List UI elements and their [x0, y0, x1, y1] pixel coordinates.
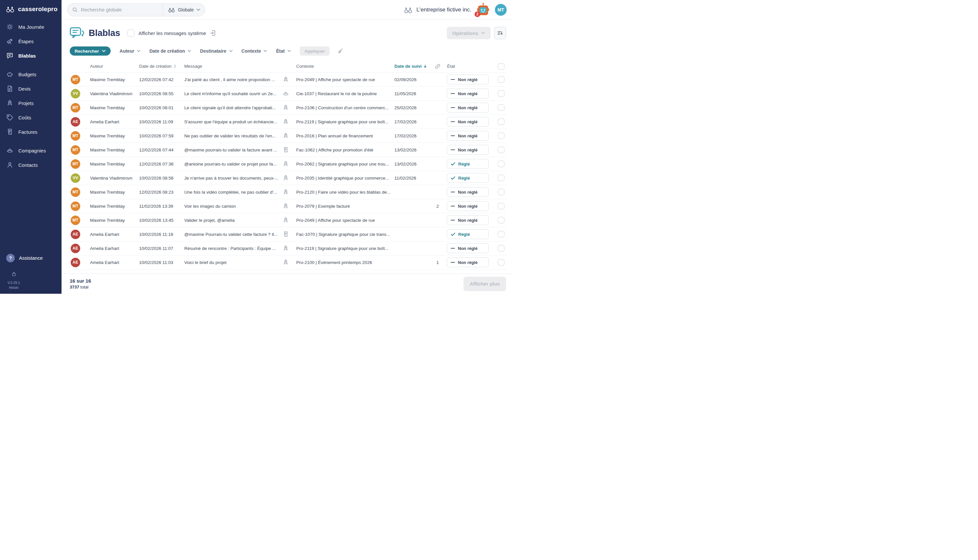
table-row[interactable]: MT Maxime Tremblay 12/02/2026 07:44 @max…	[70, 143, 506, 157]
message-cell[interactable]: @antoine pourrais-tu valider ce projet p…	[184, 162, 282, 167]
table-row[interactable]: VV Valentina Vladimirovn 10/02/2026 08:5…	[70, 171, 506, 185]
context-cell[interactable]: Pro-2106 | Construction d'un centre comm…	[296, 105, 394, 110]
status-badge[interactable]: Non réglé	[447, 187, 489, 197]
table-row[interactable]: AE Amelia Earhart 10/02/2026 11:07 Résum…	[70, 242, 506, 255]
system-messages-checkbox[interactable]	[127, 30, 135, 37]
filter-auteur[interactable]: Auteur	[120, 48, 140, 53]
app-logo[interactable]: casserolepro	[0, 0, 62, 18]
status-badge[interactable]: Non réglé	[447, 117, 489, 127]
row-checkbox[interactable]	[498, 189, 504, 195]
search-scope-select[interactable]: Globale	[163, 3, 205, 16]
message-cell[interactable]: @maxime Pourrais-tu valider cette factur…	[184, 232, 282, 237]
table-row[interactable]: AE Amelia Earhart 10/02/2026 11:18 @maxi…	[70, 227, 506, 242]
table-row[interactable]: MT Maxime Tremblay 10/02/2026 08:01 Le c…	[70, 101, 506, 115]
row-checkbox[interactable]	[498, 132, 504, 139]
context-cell[interactable]: Pro-2120 | Faire une vidéo pour les blab…	[296, 190, 394, 195]
clear-filters-icon[interactable]	[337, 48, 344, 54]
show-more-button[interactable]: Afficher plus	[464, 277, 506, 291]
status-badge[interactable]: Réglé	[447, 229, 489, 239]
table-row[interactable]: AE Amelia Earhart 10/02/2026 11:03 Voici…	[70, 255, 506, 270]
table-row[interactable]: MT Maxime Tremblay 12/02/2026 07:36 @ant…	[70, 157, 506, 171]
table-row[interactable]: MT Maxime Tremblay 10/02/2026 07:59 Ne p…	[70, 129, 506, 143]
row-checkbox[interactable]	[498, 104, 504, 111]
message-cell[interactable]: Voici le brief du projet	[184, 260, 282, 265]
message-cell[interactable]: @maxime pourrais-tu valider la facture a…	[184, 148, 282, 152]
message-cell[interactable]: Ne pas oublier de valider les résultats …	[184, 133, 282, 138]
filter-destinataire[interactable]: Destinataire	[200, 48, 232, 53]
filter-contexte[interactable]: Contexte	[242, 48, 267, 53]
row-checkbox[interactable]	[498, 147, 504, 153]
context-cell[interactable]: Cie-1037 | Restaurant le roi de la pouti…	[296, 91, 394, 96]
status-badge[interactable]: Non réglé	[447, 145, 489, 155]
row-checkbox[interactable]	[498, 76, 504, 83]
company-selector[interactable]: L'entreprise fictive inc.	[403, 6, 471, 14]
sidebar-item-blablas[interactable]: Blablas	[0, 48, 62, 63]
notifications-robot-button[interactable]: 2	[476, 3, 490, 17]
select-all-checkbox[interactable]	[498, 63, 504, 70]
sidebar-item-contacts[interactable]: Contacts	[0, 158, 62, 172]
sidebar-item-factures[interactable]: Factures	[0, 125, 62, 139]
sidebar-item-devis[interactable]: Devis	[0, 82, 62, 96]
status-badge[interactable]: Réglé	[447, 173, 489, 183]
message-cell[interactable]: Valider le projet, @amelia	[184, 218, 282, 223]
status-badge[interactable]: Non réglé	[447, 75, 489, 84]
search-input[interactable]	[81, 7, 163, 12]
row-checkbox[interactable]	[498, 161, 504, 167]
table-row[interactable]: AE Amelia Earhart 10/02/2026 11:09 S'ass…	[70, 115, 506, 129]
message-cell[interactable]: S'assurer que l'équipe a produit un éché…	[184, 119, 282, 124]
global-search[interactable]: Globale	[67, 3, 205, 17]
context-cell[interactable]: Pro-2100 | Événement printemps 2026	[296, 260, 394, 265]
sidebar-item-projets[interactable]: Projets	[0, 96, 62, 110]
filter-etat[interactable]: État	[276, 48, 290, 53]
message-cell[interactable]: Une fois la vidéo complétée, ne pas oubl…	[184, 190, 282, 195]
context-cell[interactable]: Pro-2049 | Affiche pour spectacle de rue	[296, 218, 394, 223]
sidebar-item-assistance[interactable]: ? Assistance	[0, 250, 62, 267]
context-cell[interactable]: Pro-2016 | Plan annuel de financement	[296, 133, 394, 138]
context-cell[interactable]: Pro-2119 | Signature graphique pour une …	[296, 246, 394, 251]
row-checkbox[interactable]	[498, 118, 504, 125]
message-cell[interactable]: J'ai parlé au client , il aime notre pro…	[184, 77, 282, 82]
table-row[interactable]: MT Maxime Tremblay 12/02/2026 07:42 J'ai…	[70, 73, 506, 87]
status-badge[interactable]: Non réglé	[447, 243, 489, 253]
message-cell[interactable]: Je n'arrive pas à trouver les documents,…	[184, 176, 282, 180]
sidebar-item-couts[interactable]: Coûts	[0, 110, 62, 125]
message-cell[interactable]: Voir les images du camion	[184, 204, 282, 209]
status-badge[interactable]: Non réglé	[447, 257, 489, 267]
column-header-created[interactable]: Date de création	[139, 64, 184, 69]
filter-date-de-creation[interactable]: Date de création	[149, 48, 191, 53]
message-cell[interactable]: Le client signale qu'il doit attendre l'…	[184, 105, 282, 110]
table-row[interactable]: MT Maxime Tremblay 10/02/2026 13:45 Vali…	[70, 213, 506, 227]
table-row[interactable]: MT Maxime Tremblay 12/02/2026 08:23 Une …	[70, 185, 506, 199]
table-row[interactable]: MT Maxime Tremblay 11/02/2026 13:39 Voir…	[70, 199, 506, 213]
context-cell[interactable]: Pro-2079 | Exemple facturé	[296, 204, 394, 209]
message-cell[interactable]: Le client m'informe qu'il souhaite ouvri…	[184, 91, 282, 96]
sort-button[interactable]	[494, 27, 506, 39]
context-cell[interactable]: Fac-1062 | Affiche pour promotion d'été	[296, 148, 394, 152]
row-checkbox[interactable]	[498, 231, 504, 237]
context-cell[interactable]: Pro-2035 | Identité graphique pour comme…	[296, 176, 394, 180]
row-checkbox[interactable]	[498, 90, 504, 97]
status-badge[interactable]: Réglé	[447, 159, 489, 169]
context-cell[interactable]: Fac-1070 | Signature graphique pour cie …	[296, 232, 394, 237]
apply-button[interactable]: Appliquer	[300, 47, 330, 56]
status-badge[interactable]: Non réglé	[447, 88, 489, 98]
status-badge[interactable]: Non réglé	[447, 131, 489, 141]
status-badge[interactable]: Non réglé	[447, 103, 489, 113]
table-row[interactable]: VV Valentina Vladimirovn 10/02/2026 08:5…	[70, 87, 506, 101]
message-cell[interactable]: Résumé de rencontre : Participants : Équ…	[184, 246, 282, 251]
system-messages-label[interactable]: Afficher les messages système	[139, 30, 206, 36]
context-cell[interactable]: Pro-2062 | Signature graphique pour une …	[296, 162, 394, 167]
sidebar-item-etapes[interactable]: Étapes	[0, 34, 62, 48]
sidebar-item-ma-journee[interactable]: Ma Journée	[0, 20, 62, 34]
row-checkbox[interactable]	[498, 175, 504, 181]
row-checkbox[interactable]	[498, 245, 504, 252]
user-avatar[interactable]: MT	[495, 4, 507, 16]
row-checkbox[interactable]	[498, 259, 504, 266]
row-checkbox[interactable]	[498, 217, 504, 223]
search-filter-button[interactable]: Rechercher	[70, 47, 111, 56]
context-cell[interactable]: Pro-2049 | Affiche pour spectacle de rue	[296, 77, 394, 82]
sidebar-item-budgets[interactable]: Budgets	[0, 67, 62, 82]
status-badge[interactable]: Non réglé	[447, 201, 489, 211]
operations-button[interactable]: Opérations	[447, 27, 491, 39]
sidebar-item-compagnies[interactable]: Compagnies	[0, 143, 62, 158]
